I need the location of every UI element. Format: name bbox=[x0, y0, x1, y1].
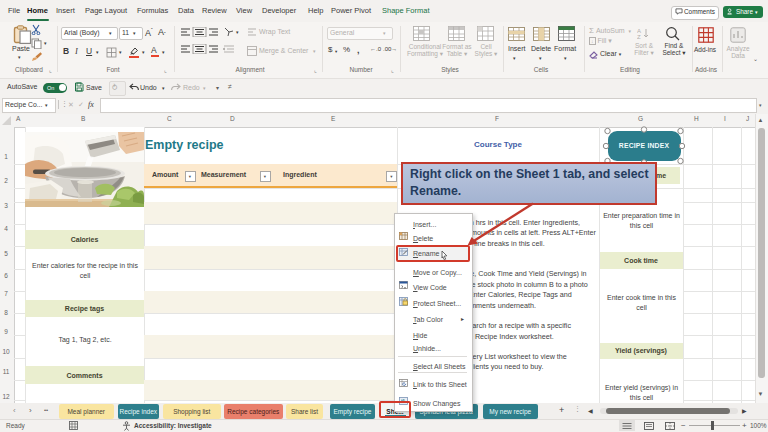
svg-text:Z: Z bbox=[637, 34, 641, 40]
svg-text:A: A bbox=[637, 28, 641, 34]
